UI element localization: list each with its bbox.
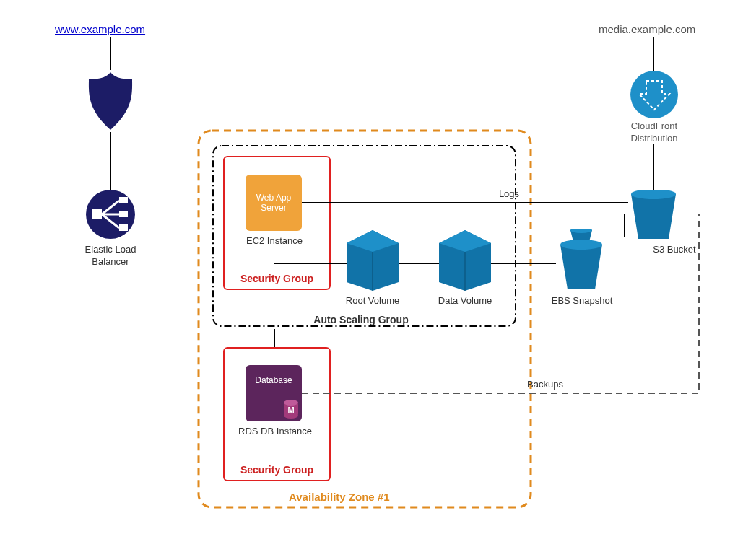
cloudfront-label: CloudFront Distribution <box>625 120 683 145</box>
elb-icon <box>86 190 135 242</box>
route53-icon <box>85 70 136 135</box>
media-url-text: media.example.com <box>599 23 695 35</box>
svg-point-8 <box>630 71 678 118</box>
svg-rect-1 <box>119 197 128 203</box>
connector <box>274 329 275 347</box>
rds-inner-label: Database <box>255 375 292 385</box>
svg-point-21 <box>284 400 298 406</box>
connector <box>110 37 111 70</box>
svg-text:M: M <box>287 406 294 414</box>
connector <box>274 248 274 263</box>
rds-caption: RDS DB Instance <box>230 426 321 438</box>
connector <box>302 202 628 203</box>
elb-label: Elastic Load Balancer <box>79 244 142 268</box>
ec2-caption: EC2 Instance <box>238 235 310 247</box>
az-label: Availability Zone #1 <box>289 491 390 503</box>
cloudfront-icon <box>630 71 678 121</box>
svg-rect-4 <box>92 209 102 219</box>
connector <box>653 144 654 190</box>
connector <box>110 132 111 190</box>
connector <box>653 37 654 71</box>
svg-rect-2 <box>119 211 128 217</box>
svg-rect-3 <box>119 224 128 231</box>
rds-icon: Database M <box>246 365 302 421</box>
backups-label: Backups <box>520 379 570 391</box>
logs-label: Logs <box>491 188 527 201</box>
ec2-icon: Web App Server <box>246 175 302 231</box>
security-group-db-label: Security Group <box>225 464 329 476</box>
ec2-inner-label: Web App Server <box>246 193 302 213</box>
main-url-link[interactable]: www.example.com <box>55 23 145 35</box>
backups-connector <box>302 214 713 401</box>
